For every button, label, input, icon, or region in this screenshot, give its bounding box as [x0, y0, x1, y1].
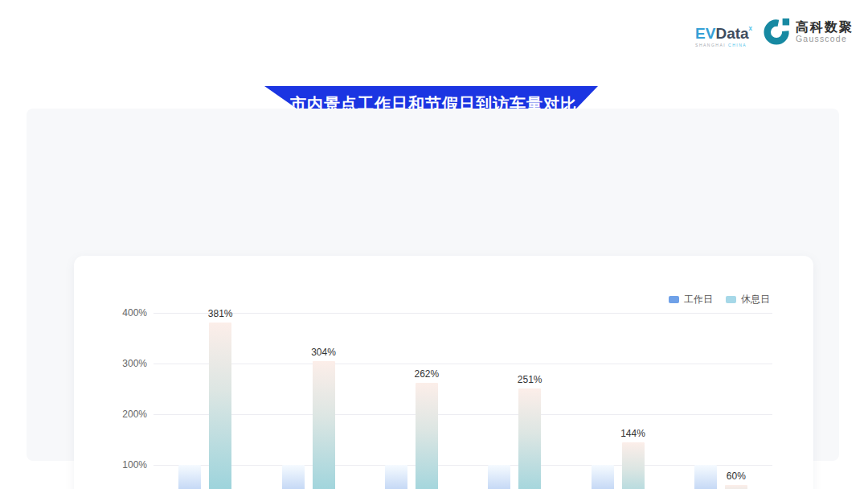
y-tick-label: 400%	[97, 307, 147, 318]
chart-legend: 工作日 休息日	[669, 293, 770, 306]
evdata-subtext: SHANGHAI CHINA	[695, 43, 747, 47]
value-label: 381%	[194, 308, 246, 319]
evdata-wordmark: EVDataˣ	[695, 23, 752, 41]
bar-restday	[313, 361, 335, 489]
legend-swatch-restday	[726, 296, 736, 303]
legend-swatch-workday	[669, 296, 679, 303]
content-panel: 工作日 休息日 0%100%200%300%400%381%辰山植物园304%上…	[27, 109, 839, 461]
bar-workday	[592, 465, 614, 489]
header-logos: EVDataˣ SHANGHAI CHINA 高科数聚 Gausscode	[695, 18, 854, 47]
legend-label-restday: 休息日	[741, 293, 770, 306]
value-label: 144%	[608, 428, 659, 439]
evdata-subtext-china: CHINA	[728, 43, 747, 47]
evdata-sup-x: ˣ	[749, 24, 752, 35]
gridline	[154, 313, 772, 314]
gausscode-text: 高科数聚 Gausscode	[796, 20, 854, 43]
value-label: 262%	[401, 368, 452, 380]
y-tick-label: 200%	[97, 409, 147, 420]
bar-restday	[209, 323, 231, 489]
legend-item-restday[interactable]: 休息日	[726, 293, 770, 306]
evdata-ev-text: EV	[695, 25, 715, 42]
evdata-data-text: Data	[715, 25, 748, 42]
bar-restday	[725, 485, 747, 489]
y-tick-label: 300%	[97, 358, 147, 369]
bar-restday	[622, 442, 645, 489]
gausscode-logo: 高科数聚 Gausscode	[764, 18, 854, 45]
y-tick-label: 100%	[97, 459, 147, 471]
bar-workday	[282, 465, 305, 489]
gridline	[154, 414, 772, 415]
gridline	[154, 465, 772, 466]
gausscode-cn-label: 高科数聚	[796, 20, 854, 34]
value-label: 251%	[504, 374, 555, 385]
value-label: 60%	[710, 471, 762, 482]
bar-restday	[416, 383, 438, 489]
legend-item-workday[interactable]: 工作日	[669, 293, 713, 306]
plot-area: 0%100%200%300%400%381%辰山植物园304%上海欢乐谷262%…	[154, 313, 772, 489]
legend-label-workday: 工作日	[684, 293, 713, 306]
evdata-logo: EVDataˣ SHANGHAI CHINA	[695, 23, 752, 47]
bar-workday	[385, 465, 407, 489]
value-label: 304%	[298, 347, 350, 358]
bar-workday	[178, 465, 201, 489]
gausscode-mark-icon	[764, 18, 791, 45]
gausscode-en-label: Gausscode	[796, 34, 854, 43]
evdata-subtext-shanghai: SHANGHAI	[695, 43, 726, 47]
gridline	[154, 364, 772, 364]
bar-workday	[488, 465, 510, 489]
bar-restday	[518, 388, 541, 489]
chart-card: 工作日 休息日 0%100%200%300%400%381%辰山植物园304%上…	[74, 256, 813, 489]
